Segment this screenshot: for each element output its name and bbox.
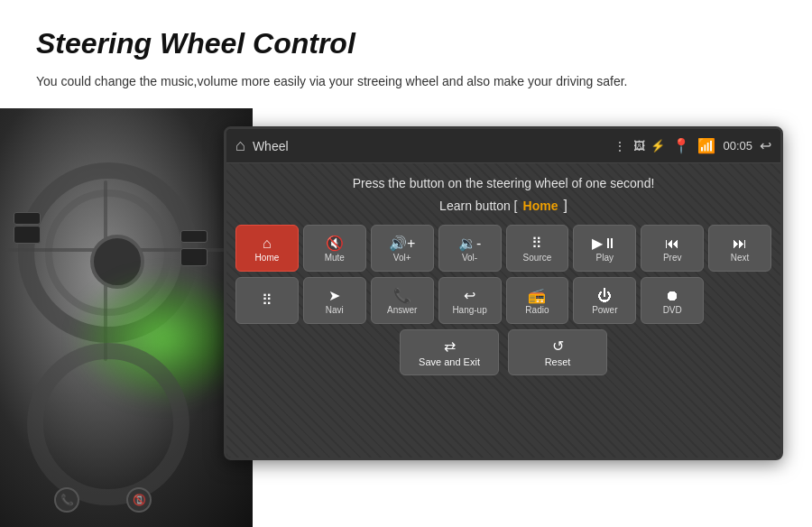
source-icon: ⠿ — [531, 236, 542, 251]
play-icon: ▶⏸ — [592, 236, 617, 251]
location-icon: 📍 — [672, 137, 690, 154]
menu-icon: ⋮ — [614, 139, 626, 153]
answer-label: Answer — [387, 305, 417, 315]
save-exit-button[interactable]: ⇄ Save and Exit — [400, 329, 499, 375]
btn-grid-icon[interactable]: ⠿ — [235, 277, 299, 324]
learn-close-bracket: ] — [563, 198, 567, 214]
dvd-label: DVD — [663, 305, 682, 315]
vol-minus-icon: 🔉- — [458, 236, 481, 251]
hangup-label: Hang-up — [452, 305, 486, 315]
topbar-title: Wheel — [253, 139, 607, 153]
btn-dvd[interactable]: ⏺ DVD — [641, 277, 704, 324]
vol-minus-label: Vol- — [462, 253, 477, 263]
image-icon: 🖼 — [633, 139, 645, 153]
vol-plus-label: Vol+ — [393, 253, 411, 263]
grid-icon: ⠿ — [262, 293, 272, 308]
btn-navi[interactable]: ➤ Navi — [303, 277, 366, 324]
btn-hangup[interactable]: ↩ Hang-up — [438, 277, 502, 324]
btn-answer[interactable]: 📞 Answer — [371, 277, 434, 324]
save-exit-label: Save and Exit — [419, 356, 480, 367]
play-label: Play — [596, 253, 614, 263]
device-frame: ⌂ Wheel ⋮ 🖼 ⚡ 📍 📶 00:05 ↩ Press the butt… — [224, 126, 783, 460]
learn-button-row: Learn button [ Home ] — [235, 198, 771, 214]
hangup-icon: ↩ — [464, 289, 475, 303]
btn-power[interactable]: ⏻ Power — [573, 277, 636, 324]
back-icon[interactable]: ↩ — [760, 137, 771, 154]
action-row: ⇄ Save and Exit ↺ Reset — [235, 329, 771, 375]
radio-icon: 📻 — [528, 289, 546, 303]
page-title: Steering Wheel Control — [36, 27, 776, 60]
mute-btn-label: Mute — [325, 253, 345, 263]
device-topbar: ⌂ Wheel ⋮ 🖼 ⚡ 📍 📶 00:05 ↩ — [226, 129, 780, 163]
next-label: Next — [731, 253, 750, 263]
prev-icon: ⏮ — [665, 236, 679, 251]
button-grid-row2: ⠿ ➤ Navi 📞 Answer ↩ Hang-up 📻 Radio — [235, 277, 771, 324]
source-label: Source — [523, 253, 552, 263]
learn-value: Home — [523, 199, 558, 213]
prompt-text: Press the button on the steering wheel o… — [235, 176, 771, 190]
save-exit-icon: ⇄ — [444, 337, 456, 355]
reset-icon: ↺ — [552, 337, 564, 355]
topbar-icons: 🖼 ⚡ — [633, 139, 665, 153]
btn-prev[interactable]: ⏮ Prev — [641, 225, 704, 272]
navi-label: Navi — [326, 305, 344, 315]
prev-label: Prev — [663, 253, 682, 263]
topbar-time: 00:05 — [723, 139, 752, 153]
text-section: Steering Wheel Control You could change … — [0, 0, 812, 105]
navi-icon: ➤ — [328, 289, 340, 303]
btn-play[interactable]: ▶⏸ Play — [573, 225, 636, 272]
wifi-icon: 📶 — [697, 137, 715, 154]
device-content: Press the button on the steering wheel o… — [226, 163, 780, 458]
radio-label: Radio — [525, 305, 549, 315]
btn-vol-minus[interactable]: 🔉- Vol- — [438, 225, 502, 272]
next-icon: ⏭ — [733, 236, 747, 251]
topbar-right: 📍 📶 00:05 ↩ — [672, 137, 771, 154]
dvd-icon: ⏺ — [665, 289, 679, 303]
home-icon: ⌂ — [235, 136, 245, 155]
power-label: Power — [592, 305, 617, 315]
home-btn-icon: ⌂ — [263, 236, 272, 251]
home-btn-label: Home — [255, 253, 280, 263]
btn-next[interactable]: ⏭ Next — [708, 225, 771, 272]
btn-vol-plus[interactable]: 🔊+ Vol+ — [371, 225, 434, 272]
btn-home[interactable]: ⌂ Home — [235, 225, 299, 272]
button-grid-row1: ⌂ Home 🔇 Mute 🔊+ Vol+ 🔉- Vol- ⠿ Sou — [235, 225, 771, 272]
learn-label: Learn button [ — [439, 199, 517, 213]
btn-radio[interactable]: 📻 Radio — [506, 277, 569, 324]
steering-wheel-bg: 📞 📵 — [0, 108, 253, 527]
reset-button[interactable]: ↺ Reset — [508, 329, 607, 375]
page-description: You could change the music,volume more e… — [36, 71, 713, 91]
vol-plus-icon: 🔊+ — [389, 236, 415, 251]
steering-wheel-image: 📞 📵 — [0, 108, 253, 527]
btn-mute[interactable]: 🔇 Mute — [303, 225, 366, 272]
empty-slot — [708, 277, 771, 324]
answer-icon: 📞 — [393, 289, 411, 303]
page-content: Steering Wheel Control You could change … — [0, 0, 812, 527]
btn-source[interactable]: ⠿ Source — [506, 225, 569, 272]
power-icon: ⏻ — [597, 289, 612, 303]
reset-label: Reset — [545, 356, 571, 367]
usb-icon: ⚡ — [651, 139, 665, 153]
mute-btn-icon: 🔇 — [326, 236, 344, 251]
